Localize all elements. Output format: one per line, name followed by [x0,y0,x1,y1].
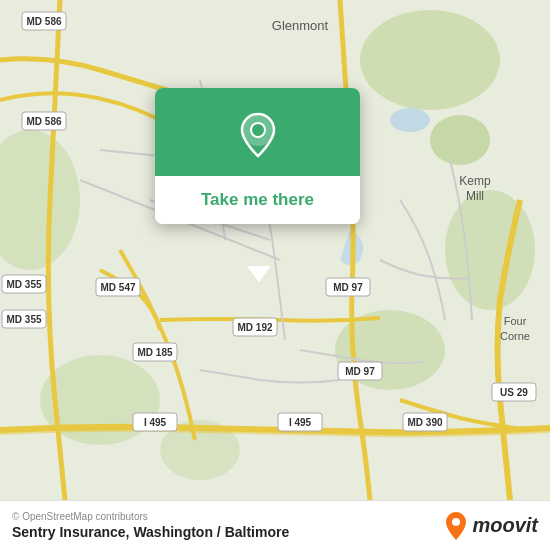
svg-text:MD 97: MD 97 [333,282,363,293]
svg-text:MD 185: MD 185 [137,347,172,358]
svg-point-8 [390,108,430,132]
svg-point-42 [252,124,264,136]
bottom-bar: © OpenStreetMap contributors Sentry Insu… [0,500,550,550]
svg-point-1 [360,10,500,110]
svg-text:MD 355: MD 355 [6,279,41,290]
svg-text:MD 97: MD 97 [345,366,375,377]
copyright-text: © OpenStreetMap contributors [12,511,289,522]
popup-green-section [155,88,360,176]
take-me-there-button[interactable]: Take me there [155,176,360,224]
svg-text:I 495: I 495 [144,417,167,428]
svg-text:Kemp: Kemp [459,174,491,188]
map-container: MD 586 MD 586 MD 355 MD 355 MD 547 MD 97… [0,0,550,500]
moovit-logo: moovit [444,511,538,541]
moovit-brand-text: moovit [472,514,538,537]
location-pin-icon [234,110,282,158]
svg-text:MD 586: MD 586 [26,116,61,127]
svg-text:Corne: Corne [500,330,530,342]
svg-point-43 [452,518,460,526]
svg-text:I 495: I 495 [289,417,312,428]
svg-text:Mill: Mill [466,189,484,203]
svg-point-7 [430,115,490,165]
svg-point-2 [445,190,535,310]
svg-text:MD 390: MD 390 [407,417,442,428]
popup-tail [247,266,271,282]
svg-text:MD 192: MD 192 [237,322,272,333]
moovit-pin-icon [444,511,468,541]
svg-text:MD 355: MD 355 [6,314,41,325]
location-name: Sentry Insurance, Washington / Baltimore [12,524,289,540]
svg-text:Four: Four [504,315,527,327]
svg-text:Glenmont: Glenmont [272,18,329,33]
bottom-info: © OpenStreetMap contributors Sentry Insu… [12,511,289,540]
popup-card: Take me there [155,88,360,224]
svg-text:MD 586: MD 586 [26,16,61,27]
svg-text:MD 547: MD 547 [100,282,135,293]
svg-text:US 29: US 29 [500,387,528,398]
